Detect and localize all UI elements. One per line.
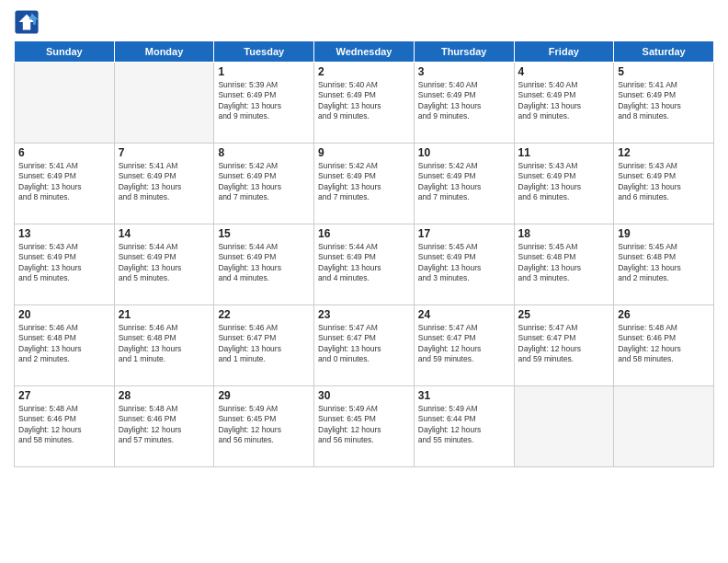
cal-cell: 27Sunrise: 5:48 AM Sunset: 6:46 PM Dayli…	[15, 386, 115, 467]
logo	[14, 9, 43, 35]
cell-text: Sunrise: 5:49 AM Sunset: 6:45 PM Dayligh…	[318, 404, 410, 446]
day-number: 31	[418, 389, 510, 402]
cell-text: Sunrise: 5:49 AM Sunset: 6:45 PM Dayligh…	[218, 404, 310, 446]
day-number: 12	[618, 146, 710, 159]
cal-cell	[15, 63, 115, 144]
day-number: 11	[518, 146, 610, 159]
cal-cell: 25Sunrise: 5:47 AM Sunset: 6:47 PM Dayli…	[514, 305, 614, 386]
cell-text: Sunrise: 5:47 AM Sunset: 6:47 PM Dayligh…	[418, 323, 510, 365]
cal-cell: 19Sunrise: 5:45 AM Sunset: 6:48 PM Dayli…	[614, 224, 714, 305]
cal-cell: 26Sunrise: 5:48 AM Sunset: 6:46 PM Dayli…	[614, 305, 714, 386]
day-header-tuesday: Tuesday	[214, 41, 314, 63]
day-header-friday: Friday	[514, 41, 614, 63]
cal-cell: 24Sunrise: 5:47 AM Sunset: 6:47 PM Dayli…	[414, 305, 514, 386]
day-number: 9	[318, 146, 410, 159]
cal-cell: 23Sunrise: 5:47 AM Sunset: 6:47 PM Dayli…	[314, 305, 415, 386]
cal-cell	[114, 63, 214, 144]
cal-cell: 18Sunrise: 5:45 AM Sunset: 6:48 PM Dayli…	[514, 224, 614, 305]
cal-cell: 14Sunrise: 5:44 AM Sunset: 6:49 PM Dayli…	[114, 224, 214, 305]
page: SundayMondayTuesdayWednesdayThursdayFrid…	[0, 0, 728, 563]
cal-cell: 6Sunrise: 5:41 AM Sunset: 6:49 PM Daylig…	[15, 144, 115, 224]
day-header-saturday: Saturday	[614, 41, 714, 63]
cal-cell: 13Sunrise: 5:43 AM Sunset: 6:49 PM Dayli…	[15, 224, 115, 305]
day-number: 18	[518, 227, 610, 240]
cal-cell: 7Sunrise: 5:41 AM Sunset: 6:49 PM Daylig…	[114, 144, 214, 224]
day-number: 29	[218, 389, 310, 402]
day-number: 24	[418, 308, 510, 321]
cell-text: Sunrise: 5:47 AM Sunset: 6:47 PM Dayligh…	[518, 323, 610, 365]
day-number: 21	[119, 308, 210, 321]
cal-cell: 28Sunrise: 5:48 AM Sunset: 6:46 PM Dayli…	[114, 386, 214, 467]
day-number: 5	[618, 65, 710, 78]
day-number: 28	[119, 389, 210, 402]
day-number: 10	[418, 146, 510, 159]
cell-text: Sunrise: 5:43 AM Sunset: 6:49 PM Dayligh…	[518, 161, 610, 203]
cell-text: Sunrise: 5:45 AM Sunset: 6:49 PM Dayligh…	[418, 242, 510, 284]
cell-text: Sunrise: 5:46 AM Sunset: 6:47 PM Dayligh…	[218, 323, 310, 365]
cell-text: Sunrise: 5:42 AM Sunset: 6:49 PM Dayligh…	[318, 161, 410, 203]
cell-text: Sunrise: 5:46 AM Sunset: 6:48 PM Dayligh…	[18, 323, 110, 365]
day-number: 19	[618, 227, 710, 240]
cell-text: Sunrise: 5:40 AM Sunset: 6:49 PM Dayligh…	[318, 80, 410, 122]
cell-text: Sunrise: 5:44 AM Sunset: 6:49 PM Dayligh…	[318, 242, 410, 284]
cell-text: Sunrise: 5:47 AM Sunset: 6:47 PM Dayligh…	[318, 323, 410, 365]
day-number: 13	[18, 227, 110, 240]
cal-cell: 4Sunrise: 5:40 AM Sunset: 6:49 PM Daylig…	[514, 63, 614, 144]
cal-cell: 22Sunrise: 5:46 AM Sunset: 6:47 PM Dayli…	[214, 305, 314, 386]
cell-text: Sunrise: 5:44 AM Sunset: 6:49 PM Dayligh…	[119, 242, 210, 284]
day-header-monday: Monday	[114, 41, 214, 63]
cell-text: Sunrise: 5:41 AM Sunset: 6:49 PM Dayligh…	[119, 161, 210, 203]
cell-text: Sunrise: 5:48 AM Sunset: 6:46 PM Dayligh…	[618, 323, 710, 365]
cal-cell: 12Sunrise: 5:43 AM Sunset: 6:49 PM Dayli…	[614, 144, 714, 224]
cal-cell: 11Sunrise: 5:43 AM Sunset: 6:49 PM Dayli…	[514, 144, 614, 224]
day-number: 3	[418, 65, 510, 78]
day-number: 2	[318, 65, 410, 78]
cal-cell: 2Sunrise: 5:40 AM Sunset: 6:49 PM Daylig…	[314, 63, 415, 144]
day-number: 26	[618, 308, 710, 321]
cell-text: Sunrise: 5:39 AM Sunset: 6:49 PM Dayligh…	[218, 80, 310, 122]
cal-cell: 15Sunrise: 5:44 AM Sunset: 6:49 PM Dayli…	[214, 224, 314, 305]
cal-cell: 30Sunrise: 5:49 AM Sunset: 6:45 PM Dayli…	[314, 386, 415, 467]
cal-cell	[614, 386, 714, 467]
day-number: 6	[18, 146, 110, 159]
day-number: 25	[518, 308, 610, 321]
day-number: 8	[218, 146, 310, 159]
cal-cell: 29Sunrise: 5:49 AM Sunset: 6:45 PM Dayli…	[214, 386, 314, 467]
cal-cell: 9Sunrise: 5:42 AM Sunset: 6:49 PM Daylig…	[314, 144, 415, 224]
cal-cell: 8Sunrise: 5:42 AM Sunset: 6:49 PM Daylig…	[214, 144, 314, 224]
day-number: 22	[218, 308, 310, 321]
header	[14, 9, 714, 35]
cell-text: Sunrise: 5:48 AM Sunset: 6:46 PM Dayligh…	[18, 404, 110, 446]
day-number: 4	[518, 65, 610, 78]
cell-text: Sunrise: 5:44 AM Sunset: 6:49 PM Dayligh…	[218, 242, 310, 284]
cell-text: Sunrise: 5:45 AM Sunset: 6:48 PM Dayligh…	[518, 242, 610, 284]
day-number: 17	[418, 227, 510, 240]
logo-icon	[14, 9, 40, 35]
cal-cell: 1Sunrise: 5:39 AM Sunset: 6:49 PM Daylig…	[214, 63, 314, 144]
day-number: 1	[218, 65, 310, 78]
day-number: 14	[119, 227, 210, 240]
cal-cell	[514, 386, 614, 467]
cell-text: Sunrise: 5:43 AM Sunset: 6:49 PM Dayligh…	[18, 242, 110, 284]
day-number: 15	[218, 227, 310, 240]
cell-text: Sunrise: 5:42 AM Sunset: 6:49 PM Dayligh…	[418, 161, 510, 203]
cal-cell: 3Sunrise: 5:40 AM Sunset: 6:49 PM Daylig…	[414, 63, 514, 144]
cell-text: Sunrise: 5:43 AM Sunset: 6:49 PM Dayligh…	[618, 161, 710, 203]
day-header-wednesday: Wednesday	[314, 41, 415, 63]
cell-text: Sunrise: 5:49 AM Sunset: 6:44 PM Dayligh…	[418, 404, 510, 446]
cell-text: Sunrise: 5:42 AM Sunset: 6:49 PM Dayligh…	[218, 161, 310, 203]
day-number: 16	[318, 227, 410, 240]
day-number: 23	[318, 308, 410, 321]
cal-cell: 10Sunrise: 5:42 AM Sunset: 6:49 PM Dayli…	[414, 144, 514, 224]
cell-text: Sunrise: 5:40 AM Sunset: 6:49 PM Dayligh…	[418, 80, 510, 122]
day-number: 7	[119, 146, 210, 159]
cell-text: Sunrise: 5:41 AM Sunset: 6:49 PM Dayligh…	[18, 161, 110, 203]
calendar-table: SundayMondayTuesdayWednesdayThursdayFrid…	[14, 40, 714, 467]
cal-cell: 16Sunrise: 5:44 AM Sunset: 6:49 PM Dayli…	[314, 224, 415, 305]
day-number: 30	[318, 389, 410, 402]
cell-text: Sunrise: 5:48 AM Sunset: 6:46 PM Dayligh…	[119, 404, 210, 446]
cal-cell: 17Sunrise: 5:45 AM Sunset: 6:49 PM Dayli…	[414, 224, 514, 305]
day-number: 20	[18, 308, 110, 321]
cal-cell: 20Sunrise: 5:46 AM Sunset: 6:48 PM Dayli…	[15, 305, 115, 386]
cal-cell: 21Sunrise: 5:46 AM Sunset: 6:48 PM Dayli…	[114, 305, 214, 386]
